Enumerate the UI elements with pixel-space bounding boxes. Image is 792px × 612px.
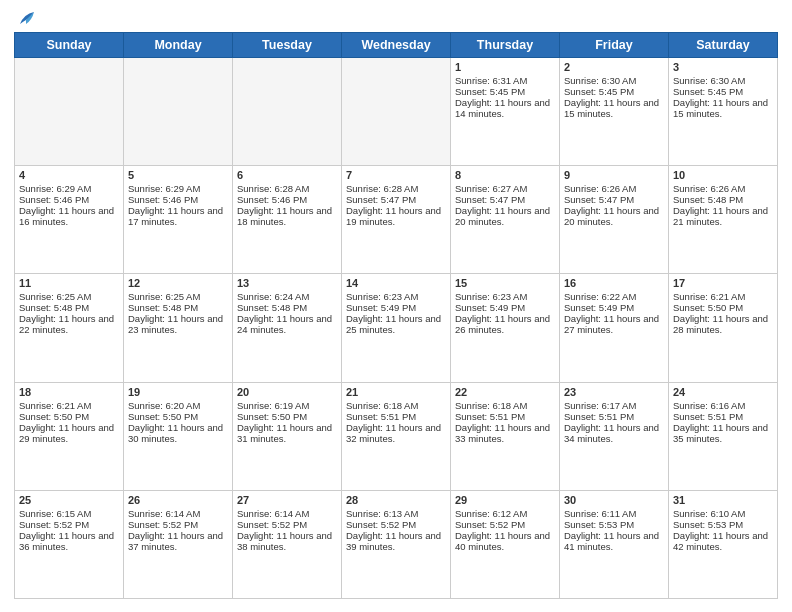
- sunrise-text: Sunrise: 6:23 AM: [455, 291, 555, 302]
- calendar-cell: 27Sunrise: 6:14 AMSunset: 5:52 PMDayligh…: [233, 490, 342, 598]
- sunset-text: Sunset: 5:49 PM: [346, 302, 446, 313]
- day-number: 1: [455, 61, 555, 73]
- daylight-text: Daylight: 11 hours and 20 minutes.: [455, 205, 555, 227]
- calendar-cell: 22Sunrise: 6:18 AMSunset: 5:51 PMDayligh…: [451, 382, 560, 490]
- sunset-text: Sunset: 5:47 PM: [346, 194, 446, 205]
- daylight-text: Daylight: 11 hours and 37 minutes.: [128, 530, 228, 552]
- calendar-cell: 5Sunrise: 6:29 AMSunset: 5:46 PMDaylight…: [124, 166, 233, 274]
- daylight-text: Daylight: 11 hours and 41 minutes.: [564, 530, 664, 552]
- daylight-text: Daylight: 11 hours and 15 minutes.: [673, 97, 773, 119]
- sunset-text: Sunset: 5:49 PM: [564, 302, 664, 313]
- calendar-cell: 17Sunrise: 6:21 AMSunset: 5:50 PMDayligh…: [669, 274, 778, 382]
- calendar-cell: 29Sunrise: 6:12 AMSunset: 5:52 PMDayligh…: [451, 490, 560, 598]
- daylight-text: Daylight: 11 hours and 33 minutes.: [455, 422, 555, 444]
- sunset-text: Sunset: 5:52 PM: [346, 519, 446, 530]
- daylight-text: Daylight: 11 hours and 23 minutes.: [128, 313, 228, 335]
- sunrise-text: Sunrise: 6:27 AM: [455, 183, 555, 194]
- sunrise-text: Sunrise: 6:18 AM: [455, 400, 555, 411]
- day-number: 21: [346, 386, 446, 398]
- day-number: 2: [564, 61, 664, 73]
- calendar-cell: 26Sunrise: 6:14 AMSunset: 5:52 PMDayligh…: [124, 490, 233, 598]
- days-header-row: SundayMondayTuesdayWednesdayThursdayFrid…: [15, 33, 778, 58]
- day-header-monday: Monday: [124, 33, 233, 58]
- sunset-text: Sunset: 5:47 PM: [564, 194, 664, 205]
- day-number: 19: [128, 386, 228, 398]
- week-row-1: 1Sunrise: 6:31 AMSunset: 5:45 PMDaylight…: [15, 58, 778, 166]
- daylight-text: Daylight: 11 hours and 24 minutes.: [237, 313, 337, 335]
- calendar-cell: [124, 58, 233, 166]
- calendar-cell: 13Sunrise: 6:24 AMSunset: 5:48 PMDayligh…: [233, 274, 342, 382]
- calendar-cell: 9Sunrise: 6:26 AMSunset: 5:47 PMDaylight…: [560, 166, 669, 274]
- daylight-text: Daylight: 11 hours and 35 minutes.: [673, 422, 773, 444]
- sunrise-text: Sunrise: 6:17 AM: [564, 400, 664, 411]
- day-number: 30: [564, 494, 664, 506]
- sunrise-text: Sunrise: 6:13 AM: [346, 508, 446, 519]
- daylight-text: Daylight: 11 hours and 26 minutes.: [455, 313, 555, 335]
- page-header: [14, 10, 778, 26]
- day-number: 18: [19, 386, 119, 398]
- day-number: 22: [455, 386, 555, 398]
- sunset-text: Sunset: 5:51 PM: [455, 411, 555, 422]
- daylight-text: Daylight: 11 hours and 27 minutes.: [564, 313, 664, 335]
- sunset-text: Sunset: 5:51 PM: [673, 411, 773, 422]
- week-row-3: 11Sunrise: 6:25 AMSunset: 5:48 PMDayligh…: [15, 274, 778, 382]
- sunset-text: Sunset: 5:48 PM: [19, 302, 119, 313]
- sunrise-text: Sunrise: 6:25 AM: [19, 291, 119, 302]
- sunrise-text: Sunrise: 6:24 AM: [237, 291, 337, 302]
- week-row-2: 4Sunrise: 6:29 AMSunset: 5:46 PMDaylight…: [15, 166, 778, 274]
- day-header-sunday: Sunday: [15, 33, 124, 58]
- calendar-cell: 12Sunrise: 6:25 AMSunset: 5:48 PMDayligh…: [124, 274, 233, 382]
- sunrise-text: Sunrise: 6:20 AM: [128, 400, 228, 411]
- calendar-cell: [233, 58, 342, 166]
- calendar-cell: 31Sunrise: 6:10 AMSunset: 5:53 PMDayligh…: [669, 490, 778, 598]
- sunrise-text: Sunrise: 6:10 AM: [673, 508, 773, 519]
- day-number: 26: [128, 494, 228, 506]
- sunset-text: Sunset: 5:52 PM: [237, 519, 337, 530]
- sunrise-text: Sunrise: 6:26 AM: [564, 183, 664, 194]
- calendar-table: SundayMondayTuesdayWednesdayThursdayFrid…: [14, 32, 778, 599]
- sunrise-text: Sunrise: 6:23 AM: [346, 291, 446, 302]
- logo: [14, 10, 38, 26]
- daylight-text: Daylight: 11 hours and 40 minutes.: [455, 530, 555, 552]
- sunrise-text: Sunrise: 6:29 AM: [19, 183, 119, 194]
- calendar-page: SundayMondayTuesdayWednesdayThursdayFrid…: [0, 0, 792, 612]
- sunset-text: Sunset: 5:49 PM: [455, 302, 555, 313]
- calendar-cell: 18Sunrise: 6:21 AMSunset: 5:50 PMDayligh…: [15, 382, 124, 490]
- sunset-text: Sunset: 5:52 PM: [455, 519, 555, 530]
- day-number: 15: [455, 277, 555, 289]
- daylight-text: Daylight: 11 hours and 38 minutes.: [237, 530, 337, 552]
- daylight-text: Daylight: 11 hours and 30 minutes.: [128, 422, 228, 444]
- calendar-cell: 30Sunrise: 6:11 AMSunset: 5:53 PMDayligh…: [560, 490, 669, 598]
- day-header-saturday: Saturday: [669, 33, 778, 58]
- calendar-cell: 2Sunrise: 6:30 AMSunset: 5:45 PMDaylight…: [560, 58, 669, 166]
- day-number: 5: [128, 169, 228, 181]
- calendar-cell: 6Sunrise: 6:28 AMSunset: 5:46 PMDaylight…: [233, 166, 342, 274]
- daylight-text: Daylight: 11 hours and 42 minutes.: [673, 530, 773, 552]
- sunrise-text: Sunrise: 6:26 AM: [673, 183, 773, 194]
- calendar-cell: 23Sunrise: 6:17 AMSunset: 5:51 PMDayligh…: [560, 382, 669, 490]
- daylight-text: Daylight: 11 hours and 17 minutes.: [128, 205, 228, 227]
- daylight-text: Daylight: 11 hours and 32 minutes.: [346, 422, 446, 444]
- day-number: 20: [237, 386, 337, 398]
- daylight-text: Daylight: 11 hours and 16 minutes.: [19, 205, 119, 227]
- sunset-text: Sunset: 5:48 PM: [237, 302, 337, 313]
- sunrise-text: Sunrise: 6:14 AM: [237, 508, 337, 519]
- sunset-text: Sunset: 5:50 PM: [128, 411, 228, 422]
- sunrise-text: Sunrise: 6:11 AM: [564, 508, 664, 519]
- daylight-text: Daylight: 11 hours and 29 minutes.: [19, 422, 119, 444]
- day-number: 25: [19, 494, 119, 506]
- sunset-text: Sunset: 5:46 PM: [19, 194, 119, 205]
- day-number: 8: [455, 169, 555, 181]
- day-number: 9: [564, 169, 664, 181]
- daylight-text: Daylight: 11 hours and 22 minutes.: [19, 313, 119, 335]
- sunrise-text: Sunrise: 6:22 AM: [564, 291, 664, 302]
- sunset-text: Sunset: 5:48 PM: [673, 194, 773, 205]
- sunrise-text: Sunrise: 6:30 AM: [673, 75, 773, 86]
- day-number: 27: [237, 494, 337, 506]
- day-number: 24: [673, 386, 773, 398]
- calendar-cell: 19Sunrise: 6:20 AMSunset: 5:50 PMDayligh…: [124, 382, 233, 490]
- sunrise-text: Sunrise: 6:14 AM: [128, 508, 228, 519]
- sunset-text: Sunset: 5:51 PM: [564, 411, 664, 422]
- daylight-text: Daylight: 11 hours and 15 minutes.: [564, 97, 664, 119]
- daylight-text: Daylight: 11 hours and 31 minutes.: [237, 422, 337, 444]
